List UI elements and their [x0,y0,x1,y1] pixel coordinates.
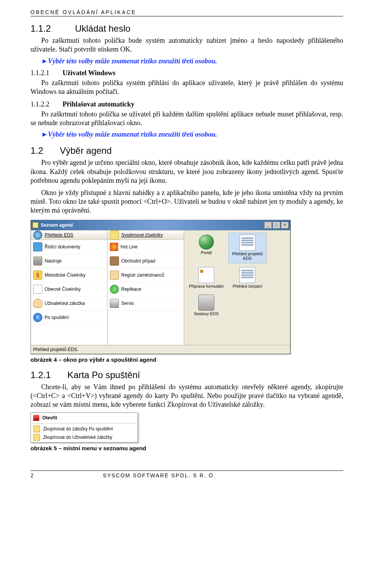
column-modules-right: Systémové číselníky Hot Line Obchodní př… [108,230,184,345]
paragraph: Chcete-li, aby se Vám ihned po přihlášen… [30,383,343,409]
context-menu: Otevřít Zkopírovat do záložky Po spuštěn… [30,412,138,443]
folder-icon [110,230,119,240]
list-item[interactable]: Obchodní případ [108,254,184,268]
printer-icon [198,295,214,311]
heading-number: 1.2 [30,145,57,156]
list-item-label: Řídící dokumenty [45,244,80,250]
app-icon [32,222,39,228]
tool-icon [33,256,42,266]
menu-item-copy-po-spusteni[interactable]: Zkopírovat do záložky Po spuštění [31,425,138,433]
menu-item-label: Zkopírovat do záložky Po spuštění [43,426,113,432]
list-item[interactable]: Servis [108,296,184,311]
close-button[interactable]: × [281,222,289,229]
window-title: Seznam agend [41,222,73,228]
list-item-label: Nástroje [45,258,62,264]
titlebar[interactable]: Seznam agend _ □ × [31,220,290,230]
sync-icon [110,285,119,294]
menu-item-label: Zkopírovat do Uživatelské záložky [43,435,112,440]
agenda-tile-portal[interactable]: Portál [187,233,225,263]
list-item[interactable]: Replikace [108,282,184,296]
minimize-button[interactable]: _ [264,222,272,229]
tile-label: Přehled čerpání [233,284,262,288]
people-icon [110,271,119,280]
paragraph: Pro výběr agend je určeno speciální okno… [30,158,343,185]
heading-title: Uživatel Windows [63,69,116,77]
list-item[interactable]: Hot Line [108,240,184,254]
tile-label: Příprava formuláře [189,284,223,288]
paragraph: Okno je vždy přístupné z hlavní nabídky … [30,188,343,215]
list-item-label: Obecné Číselníky [45,287,81,292]
column-modules-left: Přehledy EDS Řídící dokumenty Nástroje §… [31,230,108,345]
list-item-label: Uživatelská záložka [45,301,85,306]
footer-text: SYSCOM SOFTWARE SPOL. S R. O. [103,472,216,478]
page-footer: 2 SYSCOM SOFTWARE SPOL. S R. O. [30,470,343,478]
paragraph-icon: § [33,271,42,280]
rings-icon [33,285,42,294]
agenda-window: Seznam agend _ □ × Přehledy EDS Řídící d… [30,220,291,354]
info-icon: i [33,313,42,322]
column-header[interactable]: Systémové číselníky [108,230,184,240]
list-item[interactable]: Nástroje [31,254,107,268]
page-number: 2 [30,472,34,478]
agenda-tile-prehled-cerpani[interactable]: Přehled čerpání [228,266,266,291]
heading-1-1-2-2: 1.1.2.2 Přihlašovat automaticky [30,100,343,108]
heading-title: Ukládat heslo [75,23,130,34]
list-item[interactable]: Registr zaměstnanců [108,268,184,282]
figure-caption-5: obrázek 5 – místní menu v seznamu agend [30,445,343,451]
list-item-label: Registr zaměstnanců [121,272,164,278]
form-icon [198,267,214,283]
agenda-tile-pane: Portál Přehled projektů EDS Příprava for… [184,230,290,345]
list-item-label: Obchodní případ [121,258,155,264]
heading-1-2: 1.2 Výběr agend [30,145,343,156]
sheet-icon [239,267,255,283]
warning-text: ►Výběr této volby může znamenat riziko z… [30,130,343,139]
heading-title: Výběr agend [60,145,112,156]
heading-1-2-1: 1.2.1 Karta Po spuštění [30,370,343,380]
heading-number: 1.2.1 [30,370,65,380]
list-item-label: Servis [121,301,134,306]
book-icon [33,242,42,251]
figure-caption-4: obrázek 4 – okno pro výběr a spouštění a… [30,356,343,363]
column-header[interactable]: Přehledy EDS [31,230,107,240]
list-item[interactable]: iPo spuštění [31,311,107,325]
menu-item-label: Otevřít [42,415,57,420]
wrench-icon [110,299,119,308]
paragraph: Po zaškrtnutí tohoto políčka systém přih… [30,79,343,97]
list-item[interactable]: Uživatelská záložka [31,296,107,311]
status-text: Přehled projektů EDS. [33,347,79,352]
page-header: OBECNÉ OVLÁDÁNÍ APLIKACE [30,9,343,16]
agenda-tile-sestavy[interactable]: Sestavy EDS [187,293,225,318]
column-header-label: Systémové číselníky [121,232,163,238]
list-item-label: Replikace [121,287,141,292]
heading-1-1-2: 1.1.2 Ukládat heslo [30,23,343,34]
tile-label: Portál [201,250,212,255]
person-icon [33,299,42,308]
heading-number: 1.1.2.2 [30,100,61,108]
tile-label: Sestavy EDS [194,311,219,316]
agenda-tile-priprava-formulare[interactable]: Příprava formuláře [187,266,225,291]
menu-separator [32,423,137,424]
paragraph: Po zaškrtnutí tohoto políčka bude systém… [30,36,343,54]
list-item[interactable]: Obecné Číselníky [31,282,107,296]
heading-title: Přihlašovat automaticky [63,100,135,108]
maximize-button[interactable]: □ [273,222,280,229]
globe-icon [199,234,214,250]
list-item[interactable]: Řídící dokumenty [31,240,107,254]
app-icon [33,415,39,421]
menu-item-open[interactable]: Otevřít [31,414,138,422]
list-item[interactable]: §Metodické Číselníky [31,268,107,282]
heading-number: 1.1.2.1 [30,69,61,77]
menu-item-copy-uzivatelske[interactable]: Zkopírovat do Uživatelské záložky [31,433,138,441]
list-item-label: Po spuštění [45,315,69,320]
heading-number: 1.1.2 [30,23,72,34]
statusbar: Přehled projektů EDS. [31,345,290,354]
globe-icon [33,230,42,240]
sheet-icon [239,235,255,251]
flame-icon [110,243,118,251]
paragraph: Po zaškrtnutí tohoto políčka se uživatel… [30,110,343,128]
folder-icon [33,425,40,432]
agenda-tile-prehled-projektu[interactable]: Přehled projektů EDS [228,233,266,263]
briefcase-icon [110,256,119,266]
column-header-label: Přehledy EDS [45,232,73,238]
tile-label: Přehled projektů EDS [230,251,265,261]
